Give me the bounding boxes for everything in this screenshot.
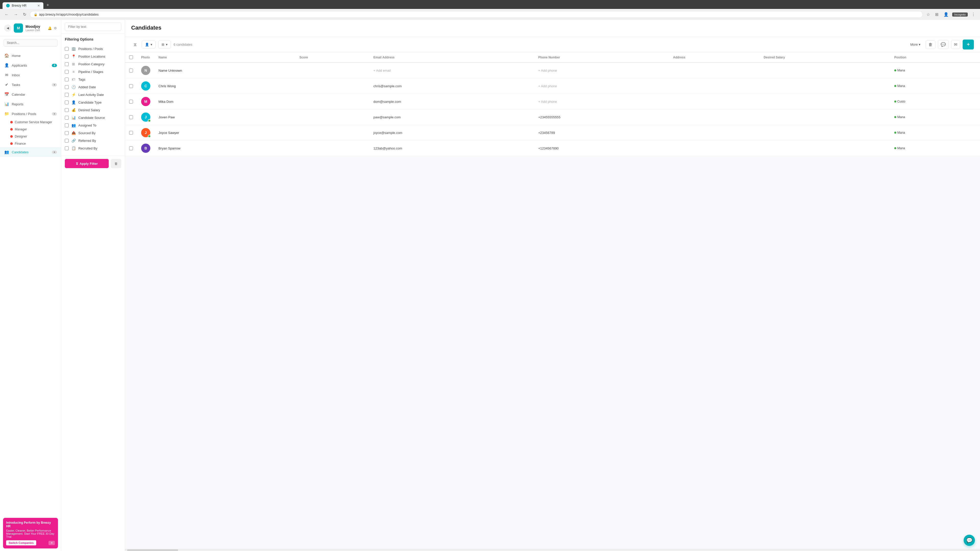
candidate-name[interactable]: Mika Dom bbox=[159, 100, 173, 103]
sidebar-item-inbox[interactable]: ✉ Inbox bbox=[0, 70, 61, 80]
filter-checkbox-positions[interactable] bbox=[65, 47, 68, 51]
filter-checkbox-desired-salary[interactable] bbox=[65, 108, 68, 112]
row-checkbox[interactable] bbox=[129, 84, 133, 88]
filter-checkbox-candidate-source[interactable] bbox=[65, 116, 68, 120]
table-row[interactable]: C Chris Wong chris@sample.com + Add phon… bbox=[125, 78, 980, 94]
promo-switch-button[interactable]: Switch Companies bbox=[6, 540, 36, 545]
row-checkbox[interactable] bbox=[129, 131, 133, 135]
row-phone-cell[interactable]: + Add phone bbox=[534, 78, 669, 94]
chat-button[interactable]: 💬 bbox=[938, 40, 948, 49]
new-tab-button[interactable]: + bbox=[45, 2, 51, 9]
grid-view-button[interactable]: ⊞ ▾ bbox=[158, 41, 171, 48]
filter-checkbox-pipeline[interactable] bbox=[65, 70, 68, 74]
filter-checkbox-assigned-to[interactable] bbox=[65, 124, 68, 127]
back-button[interactable]: ← bbox=[3, 12, 10, 17]
forward-button[interactable]: → bbox=[12, 12, 19, 17]
notifications-icon[interactable]: 🔔 bbox=[48, 26, 52, 30]
filter-option-positions[interactable]: 🏢 Positions / Pools bbox=[65, 45, 121, 52]
filter-checkbox-last-activity[interactable] bbox=[65, 93, 68, 97]
profile-button[interactable]: 👤 bbox=[942, 11, 950, 17]
sidebar-item-reports[interactable]: 📊 Reports bbox=[0, 99, 61, 109]
row-checkbox[interactable] bbox=[129, 68, 133, 73]
row-email-cell[interactable]: 123ab@yahoo.com bbox=[369, 141, 534, 156]
filter-checkbox-added-date[interactable] bbox=[65, 85, 68, 89]
table-row[interactable]: N Name Unknown + Add email + Add phone M… bbox=[125, 62, 980, 78]
add-candidate-button[interactable]: + bbox=[963, 40, 974, 49]
filter-option-sourced-by[interactable]: 📤 Sourced By bbox=[65, 129, 121, 137]
horizontal-scrollbar[interactable] bbox=[125, 549, 980, 551]
menu-button[interactable]: ⋮ bbox=[970, 11, 977, 17]
delete-button[interactable]: 🗑 bbox=[926, 40, 935, 49]
filter-option-locations[interactable]: 📍 Position Locations bbox=[65, 52, 121, 60]
sidebar-sub-designer[interactable]: Designer bbox=[0, 133, 61, 140]
row-checkbox[interactable] bbox=[129, 100, 133, 103]
sidebar-sub-manager[interactable]: Manager bbox=[0, 126, 61, 133]
filter-option-category[interactable]: ⊞ Position Category bbox=[65, 60, 121, 68]
tab-close-button[interactable]: ✕ bbox=[38, 4, 40, 7]
address-bar[interactable]: 🔒 app.breezy.hr/app/c/moodjoy/candidates bbox=[30, 11, 923, 18]
filter-option-last-activity[interactable]: ⚡ Last Activity Date bbox=[65, 91, 121, 98]
settings-icon[interactable]: ⚙ bbox=[54, 26, 57, 30]
search-input[interactable] bbox=[3, 39, 57, 47]
table-row[interactable]: B Bryan Sparrow 123ab@yahoo.com +1234567… bbox=[125, 141, 980, 156]
row-email-cell[interactable]: joyce@sample.com bbox=[369, 125, 534, 141]
sidebar-item-candidates[interactable]: 👥 Candidates + bbox=[0, 147, 61, 157]
promo-close-button[interactable]: ✕ bbox=[48, 541, 55, 545]
more-button[interactable]: More ▾ bbox=[908, 41, 923, 48]
filter-option-tags[interactable]: 🏷 Tags bbox=[65, 76, 121, 83]
extensions-button[interactable]: ⊞ bbox=[934, 11, 940, 17]
row-checkbox[interactable] bbox=[129, 115, 133, 119]
sidebar-sub-customer-service[interactable]: Customer Service Manager bbox=[0, 119, 61, 126]
refresh-button[interactable]: ↻ bbox=[21, 11, 28, 17]
row-checkbox[interactable] bbox=[129, 146, 133, 150]
filter-option-referred-by[interactable]: 🔗 Referred By bbox=[65, 137, 121, 144]
filter-option-desired-salary[interactable]: 💰 Desired Salary bbox=[65, 106, 121, 114]
bookmark-button[interactable]: ☆ bbox=[925, 11, 932, 17]
row-email-cell[interactable]: chris@sample.com bbox=[369, 78, 534, 94]
filter-checkbox-locations[interactable] bbox=[65, 55, 68, 59]
row-phone-cell[interactable]: + Add phone bbox=[534, 94, 669, 110]
sidebar-item-calendar[interactable]: 📅 Calendar bbox=[0, 89, 61, 99]
filter-checkbox-category[interactable] bbox=[65, 62, 68, 66]
filter-checkbox-tags[interactable] bbox=[65, 78, 68, 81]
sidebar-item-tasks[interactable]: ✔ Tasks + bbox=[0, 80, 61, 89]
row-phone-cell[interactable]: +23455555555 bbox=[534, 110, 669, 125]
row-phone-cell[interactable]: +23456789 bbox=[534, 125, 669, 141]
filter-option-recruited-by[interactable]: 📋 Recruited By bbox=[65, 144, 121, 152]
row-email-cell[interactable]: paw@sample.com bbox=[369, 110, 534, 125]
filter-option-assigned-to[interactable]: 👥 Assigned To bbox=[65, 121, 121, 129]
filter-option-candidate-type[interactable]: 👤 Candidate Type bbox=[65, 98, 121, 106]
candidate-name[interactable]: Chris Wong bbox=[159, 84, 176, 88]
sidebar-sub-finance[interactable]: Finance bbox=[0, 140, 61, 147]
row-phone-cell[interactable]: +1234567890 bbox=[534, 141, 669, 156]
filter-checkbox-referred-by[interactable] bbox=[65, 139, 68, 143]
filter-text-input[interactable] bbox=[65, 22, 121, 31]
select-all-checkbox[interactable] bbox=[129, 56, 133, 59]
table-row[interactable]: J Joyce Sawyer joyce@sample.com +2345678… bbox=[125, 125, 980, 141]
sidebar-item-positions[interactable]: 📁 Positions / Pools + bbox=[0, 109, 61, 119]
sidebar-collapse-button[interactable]: ◀ bbox=[4, 24, 11, 32]
filter-checkbox-sourced-by[interactable] bbox=[65, 131, 68, 135]
table-row[interactable]: J Joven Paw paw@sample.com +23455555555 … bbox=[125, 110, 980, 125]
row-phone-cell[interactable]: + Add phone bbox=[534, 62, 669, 78]
apply-filter-button[interactable]: ⧖ Apply Filter bbox=[65, 159, 109, 168]
filter-checkbox-candidate-type[interactable] bbox=[65, 100, 68, 104]
chat-widget-button[interactable]: 💬 bbox=[964, 535, 975, 546]
email-button[interactable]: ✉ bbox=[951, 40, 960, 49]
candidate-name[interactable]: Joyce Sawyer bbox=[159, 131, 179, 135]
table-row[interactable]: M Mika Dom dom@sample.com + Add phone Cu… bbox=[125, 94, 980, 110]
person-view-button[interactable]: 👤 ▾ bbox=[142, 41, 156, 48]
sidebar-item-applicants[interactable]: 👤 Applicants 4 bbox=[0, 60, 61, 70]
candidate-name[interactable]: Joven Paw bbox=[159, 115, 175, 119]
filter-checkbox-recruited-by[interactable] bbox=[65, 146, 68, 150]
scrollbar-thumb[interactable] bbox=[127, 549, 178, 551]
candidate-name[interactable]: Name Unknown bbox=[159, 68, 182, 73]
filter-option-pipeline[interactable]: ≡ Pipeline / Stages bbox=[65, 68, 121, 76]
row-email-cell[interactable]: dom@sample.com bbox=[369, 94, 534, 110]
filter-toggle-button[interactable]: ⧖ bbox=[131, 41, 139, 49]
active-tab[interactable]: Breezy HR ✕ bbox=[3, 2, 43, 9]
clear-filter-button[interactable]: 🗑 bbox=[111, 159, 121, 168]
row-email-cell[interactable]: + Add email bbox=[369, 62, 534, 78]
sidebar-item-home[interactable]: 🏠 Home bbox=[0, 51, 61, 60]
filter-option-added-date[interactable]: 🕐 Added Date bbox=[65, 83, 121, 91]
